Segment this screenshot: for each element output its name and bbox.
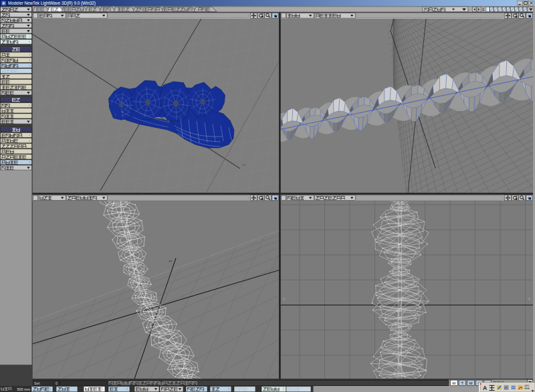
svg-text:KANA: KANA (524, 387, 529, 390)
svg-text:Sel:: Sel: (34, 381, 41, 385)
svg-text:M: M (469, 381, 473, 385)
svg-text:+x: +x (242, 163, 246, 167)
svg-text:A: A (483, 385, 487, 391)
svg-text:Modeler NewTek LightWave 3D(: Modeler NewTek LightWave 3D(R) 9.0 (Win3… (8, 1, 96, 6)
svg-text:500 mm: 500 mm (17, 387, 31, 391)
svg-text:T: T (461, 381, 464, 385)
svg-text:0: 0 (56, 381, 58, 385)
svg-text:W: W (452, 381, 456, 385)
svg-text:+z: +z (169, 260, 173, 263)
